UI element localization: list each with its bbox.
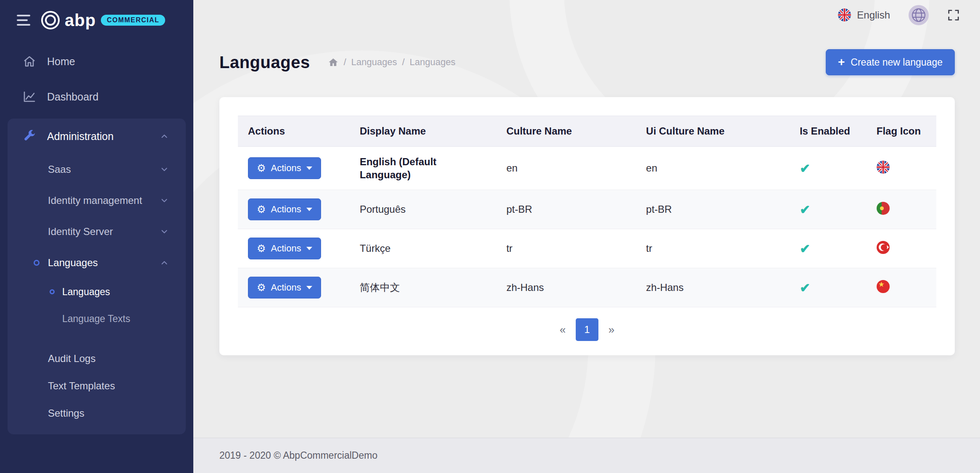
actions-button[interactable]: ⚙ Actions — [248, 238, 321, 259]
dashboard-icon — [23, 90, 36, 103]
gear-icon: ⚙ — [257, 163, 266, 173]
ui-culture-name-cell: zh-Hans — [636, 268, 790, 307]
actions-button-label: Actions — [271, 282, 301, 293]
sidebar-header: abp COMMERCIAL — [0, 0, 193, 40]
display-name-cell: English (Default Language) — [350, 147, 496, 190]
display-name-cell: Português — [350, 190, 496, 229]
check-icon: ✔ — [800, 281, 810, 295]
check-icon: ✔ — [800, 203, 810, 217]
wrench-icon — [23, 129, 36, 143]
sidebar-item-label: Settings — [48, 407, 84, 419]
sidebar-item-dashboard[interactable]: Dashboard — [0, 79, 193, 114]
breadcrumb-item[interactable]: Languages — [410, 57, 456, 68]
chevron-up-icon — [160, 258, 169, 267]
actions-button[interactable]: ⚙ Actions — [248, 277, 321, 299]
sidebar-item-label: Languages — [48, 257, 98, 269]
breadcrumb-item[interactable]: Languages — [351, 57, 397, 68]
plus-icon: + — [838, 56, 845, 68]
actions-button-label: Actions — [271, 243, 301, 254]
sidebar-item-label: Languages — [62, 286, 110, 298]
table-row: ⚙ Actions Português pt-BR pt-BR ✔ — [238, 190, 936, 229]
home-icon — [23, 55, 36, 68]
sidebar-item-label: Identity Server — [48, 226, 113, 238]
pagination: « 1 » — [238, 318, 936, 341]
home-breadcrumb-icon — [328, 57, 339, 68]
fullscreen-icon[interactable] — [947, 9, 960, 21]
sidebar-item-languages[interactable]: Languages — [8, 278, 186, 305]
languages-table: Actions Display Name Culture Name Ui Cul… — [238, 116, 936, 307]
sidebar-item-administration[interactable]: Administration — [8, 119, 186, 154]
pagination-prev[interactable]: « — [551, 318, 574, 341]
pagination-page-1[interactable]: 1 — [576, 318, 598, 341]
breadcrumb-separator: / — [344, 57, 346, 68]
avatar[interactable] — [909, 5, 929, 25]
abp-logo[interactable]: abp COMMERCIAL — [41, 11, 165, 30]
breadcrumb-separator: / — [402, 57, 405, 68]
sidebar-item-saas[interactable]: Saas — [8, 154, 186, 185]
copyright-text: 2019 - 2020 © AbpCommercialDemo — [219, 450, 377, 461]
sidebar-item-language-texts[interactable]: Language Texts — [8, 305, 186, 332]
ui-culture-name-cell: pt-BR — [636, 190, 790, 229]
footer: 2019 - 2020 © AbpCommercialDemo — [193, 438, 980, 473]
chevron-down-icon — [160, 196, 169, 205]
page-content: Languages / Languages / Languages + Crea… — [193, 30, 980, 355]
column-header-culture-name: Culture Name — [496, 116, 636, 147]
sidebar-item-label: Text Templates — [48, 380, 115, 392]
main-area: English Languages / Languages / Language… — [193, 0, 980, 473]
display-name-cell: 简体中文 — [350, 268, 496, 307]
sidebar: abp COMMERCIAL Home Dashboard Administra… — [0, 0, 193, 473]
sidebar-item-label: Saas — [48, 164, 71, 175]
pagination-next[interactable]: » — [600, 318, 623, 341]
sidebar-item-label: Audit Logs — [48, 353, 95, 365]
caret-down-icon — [306, 247, 312, 250]
display-name-cell: Türkçe — [350, 229, 496, 268]
create-new-language-button[interactable]: + Create new language — [826, 49, 955, 75]
sidebar-item-languages-group[interactable]: Languages — [8, 247, 186, 278]
sidebar-item-label: Dashboard — [47, 91, 98, 103]
culture-name-cell: tr — [496, 229, 636, 268]
topbar: English — [193, 0, 980, 30]
sidebar-item-settings[interactable]: Settings — [8, 399, 186, 427]
culture-name-cell: pt-BR — [496, 190, 636, 229]
portugal-flag-icon — [877, 202, 890, 215]
administration-menu-group: Administration Saas Identity management … — [8, 119, 186, 434]
caret-down-icon — [306, 208, 312, 211]
languages-table-card: Actions Display Name Culture Name Ui Cul… — [219, 97, 955, 355]
actions-button-label: Actions — [271, 204, 301, 215]
uk-flag-icon — [877, 161, 890, 174]
sidebar-item-audit-logs[interactable]: Audit Logs — [8, 345, 186, 372]
column-header-actions: Actions — [238, 116, 350, 147]
sidebar-item-label: Home — [47, 55, 75, 68]
sidebar-item-text-templates[interactable]: Text Templates — [8, 372, 186, 399]
abp-logo-text: abp — [65, 11, 96, 30]
chevron-down-icon — [160, 165, 169, 174]
gear-icon: ⚙ — [257, 283, 266, 293]
column-header-is-enabled: Is Enabled — [790, 116, 867, 147]
chevron-up-icon — [160, 132, 169, 141]
check-icon: ✔ — [800, 242, 810, 256]
abp-logo-icon — [41, 11, 60, 29]
sidebar-item-label: Identity management — [48, 195, 142, 206]
sidebar-item-identity-management[interactable]: Identity management — [8, 185, 186, 216]
sidebar-item-home[interactable]: Home — [0, 44, 193, 79]
current-language-label: English — [857, 9, 890, 21]
hamburger-menu-icon[interactable] — [17, 15, 30, 26]
language-selector[interactable]: English — [838, 8, 890, 21]
sidebar-item-label: Administration — [47, 130, 113, 143]
actions-button-label: Actions — [271, 163, 301, 174]
table-header-row: Actions Display Name Culture Name Ui Cul… — [238, 116, 936, 147]
create-button-label: Create new language — [851, 57, 943, 68]
chevron-down-icon — [160, 227, 169, 236]
sidebar-item-identity-server[interactable]: Identity Server — [8, 216, 186, 247]
ui-culture-name-cell: tr — [636, 229, 790, 268]
turkey-flag-icon — [877, 241, 890, 254]
commercial-badge: COMMERCIAL — [101, 15, 165, 26]
caret-down-icon — [306, 166, 312, 170]
actions-button[interactable]: ⚙ Actions — [248, 157, 321, 179]
page-title: Languages — [219, 53, 310, 72]
column-header-flag-icon: Flag Icon — [867, 116, 936, 147]
bullet-icon — [34, 260, 40, 266]
actions-button[interactable]: ⚙ Actions — [248, 198, 321, 220]
bullet-icon — [50, 289, 55, 294]
column-header-ui-culture-name: Ui Culture Name — [636, 116, 790, 147]
